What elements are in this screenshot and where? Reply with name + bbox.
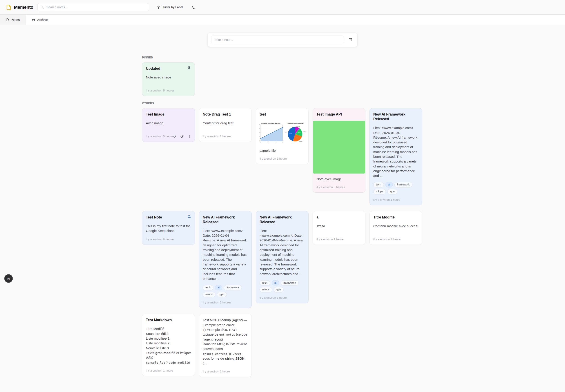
memento-file-icon <box>6 4 12 10</box>
tab-archive[interactable]: Archive <box>26 14 54 25</box>
note-card-actions <box>173 134 191 138</box>
note-card-a[interactable]: aszszail y a environ 1 heure <box>313 211 365 245</box>
note-card-content: Content for drag test <box>203 121 248 126</box>
palette-icon[interactable] <box>180 134 184 138</box>
tag-framework[interactable]: framework <box>281 280 299 286</box>
svg-text:123: 123 <box>259 132 260 133</box>
note-card-title: Note Drag Test 1 <box>203 112 231 117</box>
note-card-corner-icon <box>187 215 191 219</box>
note-card-content: Lien: <www.example.com>Date: 2026-01-04R… <box>203 228 248 281</box>
note-card-naf2[interactable]: New AI Framework ReleasedLien: <www.exam… <box>199 211 252 308</box>
note-card-title-row: New AI Framework Released <box>203 215 248 224</box>
note-attached-charts[interactable]: Croissance Trimestrielle du CA (M€)15513… <box>258 121 306 144</box>
note-card-timestamp: il y a environ 1 heure <box>260 157 305 160</box>
note-file-icon <box>6 18 9 22</box>
reminder-bell-icon[interactable] <box>187 215 191 219</box>
pin-icon[interactable] <box>173 134 176 138</box>
search-box[interactable] <box>37 3 149 11</box>
note-card-title-row: Test Image <box>146 112 191 117</box>
note-card-timestamp: il y a environ 5 heures <box>317 185 362 189</box>
tag-gpu[interactable]: gpu <box>217 292 227 297</box>
note-card-tags: techaiframeworkmlopsgpu <box>260 280 305 293</box>
note-card-content: This is my first note to test the Google… <box>146 224 191 233</box>
note-card-title: New AI Framework Released <box>203 215 248 224</box>
tag-mlops[interactable]: mlops <box>203 292 215 297</box>
note-card-title: Test Note <box>146 215 162 220</box>
svg-text:Produits: Produits <box>285 132 287 133</box>
note-card-note-drag[interactable]: Note Drag Test 1Content for drag testil … <box>199 108 252 142</box>
note-card-test-note[interactable]: Test NoteThis is my first note to test t… <box>142 211 195 245</box>
note-card-updated[interactable]: UpdatedNote avec imageil y a environ 5 h… <box>142 62 195 96</box>
note-card-timestamp: il y a environ 1 heure <box>373 238 418 241</box>
note-card-footer: il y a environ 1 heure <box>373 198 418 201</box>
note-card-content: sample file <box>260 148 305 153</box>
note-card-naf3[interactable]: New AI Framework ReleasedLien: <www.exam… <box>256 211 309 303</box>
search-icon <box>40 5 44 9</box>
others-cards-rows: Test ImageAvec imageil y a environ 5 heu… <box>142 108 423 377</box>
note-card-test-markdown[interactable]: Test MarkdownTitre ModifiéSous-titre édi… <box>142 314 195 376</box>
tag-framework[interactable]: framework <box>394 182 413 187</box>
user-avatar-initial: N <box>7 277 10 280</box>
filter-by-label-button[interactable]: Filter by Label <box>155 5 184 9</box>
note-composer-input[interactable] <box>211 36 344 44</box>
note-card-timestamp: il y a environ 1 heure <box>260 296 305 299</box>
others-section-label: OTHERS <box>142 102 423 105</box>
tag-framework[interactable]: framework <box>224 285 242 290</box>
note-card-corner-icon <box>187 66 191 70</box>
svg-text:45.0%: 45.0% <box>289 133 292 134</box>
note-card-footer: il y a environ 1 heure <box>317 238 362 241</box>
more-menu-icon[interactable] <box>188 135 191 138</box>
note-card-naf1[interactable]: New AI Framework ReleasedLien: <www.exam… <box>370 108 422 205</box>
note-composer[interactable] <box>207 33 358 47</box>
note-card-timestamp: il y a environ 1 heure <box>373 198 418 201</box>
note-card-test[interactable]: testCroissance Trimestrielle du CA (M€)1… <box>256 108 309 164</box>
archive-box-icon <box>32 18 35 22</box>
tag-ai[interactable]: ai <box>272 280 279 286</box>
tag-tech[interactable]: tech <box>373 182 384 187</box>
note-card-tags: techaiframeworkmlopsgpu <box>373 182 418 194</box>
search-input[interactable] <box>46 5 146 9</box>
note-card-content: Lien: <www.example.com>Date: 2026-01-04R… <box>373 126 418 178</box>
note-card-timestamp: il y a environ 5 heures <box>146 89 191 92</box>
note-card-title: Titre Modifié <box>373 215 395 220</box>
note-card-content: Avec image <box>146 121 191 126</box>
tag-ai[interactable]: ai <box>215 285 222 290</box>
app-header: Memento Filter by Label <box>0 0 565 14</box>
note-card-footer: il y a environ 1 heure <box>203 370 248 373</box>
note-card-title-row: Updated <box>146 66 191 71</box>
svg-text:Répartition des Revenus 2024: Répartition des Revenus 2024 <box>288 123 304 124</box>
svg-text:139: 139 <box>259 128 260 129</box>
note-card-footer: il y a environ 1 heure <box>146 369 191 372</box>
note-card-footer: il y a environ 5 heures <box>146 134 191 138</box>
check-square-icon <box>348 38 352 42</box>
tag-mlops[interactable]: mlops <box>260 287 272 293</box>
note-card-title-row: Test Note <box>146 215 191 220</box>
note-attached-image[interactable] <box>313 121 365 173</box>
note-card-title-row: a <box>317 215 362 220</box>
tag-gpu[interactable]: gpu <box>387 189 397 195</box>
note-card-title-row: Note Drag Test 1 <box>203 112 248 117</box>
note-card-footer: il y a environ 1 heure <box>260 296 305 299</box>
note-card-footer: il y a environ 5 heures <box>317 185 362 189</box>
tag-tech[interactable]: tech <box>203 285 213 290</box>
tag-gpu[interactable]: gpu <box>274 287 284 293</box>
note-card-test-mcp[interactable]: Test MCP Cleanup (Agent) — Exemple prêt … <box>199 314 252 377</box>
tag-mlops[interactable]: mlops <box>373 189 386 195</box>
dark-mode-toggle[interactable] <box>190 5 197 9</box>
user-avatar[interactable]: N <box>4 274 13 283</box>
tab-notes[interactable]: Notes <box>0 14 26 25</box>
note-card-timestamp: il y a environ 2 heures <box>203 135 248 138</box>
note-card-test-image-api[interactable]: Test Image APINote avec imageil y a envi… <box>313 108 365 193</box>
pin-icon[interactable] <box>187 66 191 70</box>
note-card-title: Test Markdown <box>146 318 172 322</box>
tag-ai[interactable]: ai <box>386 182 393 187</box>
note-card-titre-modifie[interactable]: Titre ModifiéContenu modifié avec succès… <box>370 211 422 245</box>
note-card-title-row: Test Image API <box>317 112 362 117</box>
note-card-test-image[interactable]: Test ImageAvec imageil y a environ 5 heu… <box>142 108 195 142</box>
cards-row: Test MarkdownTitre ModifiéSous-titre édi… <box>142 314 423 377</box>
note-card-timestamp: il y a environ 2 heures <box>203 301 248 304</box>
note-card-tags: techaiframeworkmlopsgpu <box>203 285 248 297</box>
svg-text:90: 90 <box>259 140 260 141</box>
new-checklist-button[interactable] <box>347 38 354 42</box>
tag-tech[interactable]: tech <box>260 280 270 286</box>
